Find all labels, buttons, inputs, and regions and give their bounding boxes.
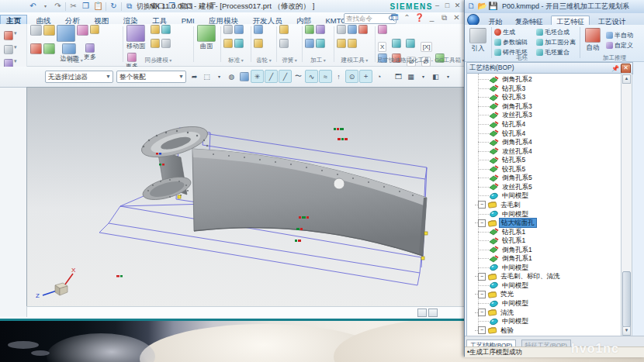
group-label-modeling-tools[interactable]: 建模工具 [341,57,369,64]
block-icon[interactable] [57,25,75,42]
tree-row[interactable]: − 倒角孔系2 [467,75,621,84]
semi-auto-button[interactable]: 半自动 [606,31,633,40]
tree-row[interactable]: − 中间模型 [467,264,621,273]
open-folder-icon[interactable]: 📂 [477,2,487,11]
tree-row[interactable]: − 铰孔系4 [467,129,621,138]
shaded-view-icon[interactable]: ◧ [430,71,441,82]
mach-icon-1[interactable] [305,25,314,34]
command-finder-input[interactable]: 查找命令 [344,13,396,24]
solid-icon[interactable] [238,71,250,82]
tree-row[interactable]: − 钻孔系3 [467,84,621,94]
tree-row[interactable]: − 倒角孔系4 [467,138,621,147]
mtool-icon-4[interactable] [337,39,346,48]
collapse-icon[interactable]: − [478,291,486,298]
blank-compose-button[interactable]: 毛坯合成 [536,28,570,36]
auto-button[interactable]: 自动 [582,27,604,53]
tree-row[interactable]: − 钻孔系4 [467,120,621,129]
tree-row[interactable]: − 去毛刺、标印、清洗 [467,272,621,281]
snap-midpoint-icon[interactable]: ╱ [279,70,292,83]
mtool-icon-3[interactable] [358,25,368,34]
selection-filter-dropdown[interactable]: 无选择过滤器▼ [45,71,113,83]
chevron-down-icon[interactable]: ▾ [213,71,225,82]
save-icon[interactable]: 💾 [488,2,498,11]
tree-row[interactable]: − 倒角孔系1 [467,245,621,254]
tree-row[interactable]: − 攻丝孔系5 [467,183,621,192]
offset-region-icon[interactable] [151,25,160,34]
mach-icon-3[interactable] [305,39,314,48]
tree-row[interactable]: − 钻孔系1 [467,227,621,236]
chevron-down-icon[interactable]: ▾ [417,71,429,82]
collapse-icon[interactable]: − [478,219,486,227]
tree-row[interactable]: − 钻大端面孔 [467,219,621,228]
tree-row[interactable]: − 攻丝孔系4 [467,147,621,156]
minimize-ribbon-icon[interactable]: ⌃ [402,13,412,22]
group-label-standard[interactable]: 标准 [228,57,244,64]
extrude-icon[interactable] [43,25,55,36]
collapse-icon[interactable]: − [478,201,486,209]
face-split-button[interactable]: 加工面分离 [536,38,576,47]
spring-icon-1[interactable] [279,25,289,34]
group-label-spring[interactable]: 弹簧 [282,57,297,64]
group-label-feature[interactable]: 特征 [68,57,83,64]
std-icon-4[interactable] [234,39,244,48]
gc-icon-2[interactable] [392,39,401,48]
new-doc-icon[interactable]: 🗋 [466,2,476,11]
tree-row[interactable]: − 钻孔系5 [467,156,621,165]
tree-row[interactable]: − 中间模型 [467,281,621,291]
mtool-icon-1[interactable] [337,25,346,34]
blank-overlap-button[interactable]: 毛坯重合 [536,48,570,57]
collapse-icon[interactable]: − [478,273,486,281]
snap-arrow-icon[interactable]: ↑ [333,71,345,82]
group-label-sync[interactable]: 同步建模 [145,57,172,64]
doc-close-icon[interactable]: ✕ [452,13,462,22]
clip-section-icon[interactable] [417,309,427,317]
tree-row[interactable]: − 铰孔系5 [467,165,621,174]
chevron-down-icon[interactable]: ▾ [442,71,454,82]
snap-plus-icon[interactable]: ＋ [359,70,372,83]
revolve-icon[interactable] [30,43,42,54]
gear-icon-2[interactable] [254,39,263,48]
move-face-button[interactable]: 移动面 [126,24,146,50]
snap-quadrant-icon[interactable]: ◔ [373,71,385,82]
surface-button[interactable]: 曲面 [196,24,216,50]
mach-icon-4[interactable] [316,39,325,48]
sphere-icon[interactable]: ◍ [226,71,237,82]
x-value-icon[interactable]: X [378,42,386,52]
custom-button[interactable]: 自定义 [606,41,633,50]
view-layout-icon[interactable]: ▦ [405,71,417,82]
tree-row[interactable]: − 中间模型 [467,317,621,326]
tree-row[interactable]: − 中间模型 [467,191,621,201]
import-button[interactable]: 引入 [467,27,489,53]
tree-row[interactable]: − 去毛刺 [467,201,621,210]
spring-icon-2[interactable] [279,39,289,48]
delete-face-icon[interactable] [151,39,160,48]
tree-scrollbar[interactable]: ▲ ▼ [621,73,632,337]
param-edit-button[interactable]: 参数编辑 [494,38,528,47]
std-icon-2[interactable] [234,25,244,34]
sketch-icon[interactable] [30,25,42,36]
selection-scope-dropdown[interactable]: 整个装配▼ [116,71,186,83]
highlight-icon[interactable]: ➦ [189,71,200,82]
scroll-down-icon[interactable]: ▼ [622,326,631,336]
unite-icon[interactable] [43,43,55,54]
close-button[interactable]: ✕ [453,2,462,10]
snap-gear-icon[interactable]: ✳ [251,70,264,83]
snap-polyline-icon[interactable]: ∿ [305,70,318,83]
mtool-icon-5[interactable] [348,39,357,48]
scrollbar-thumb[interactable] [622,271,631,327]
work-section-icon[interactable] [428,309,438,317]
mach-icon-2[interactable] [316,25,325,34]
tree-row[interactable]: − 中间模型 [467,299,621,309]
hole-icon[interactable] [77,25,88,36]
mtool-icon-2[interactable] [348,25,357,34]
snap-curve-icon[interactable]: 〜 [293,71,304,82]
boss-icon[interactable] [90,25,99,34]
group-label-gc-toolbox[interactable]: 尺寸快速格式化工具 - GC工具箱 [377,57,465,64]
doc-minimize-icon[interactable]: _ [427,13,437,22]
minimize-button[interactable]: – [433,2,441,10]
resize-face-icon[interactable] [161,39,171,48]
collapse-icon[interactable]: − [478,326,486,334]
graphics-viewport[interactable]: X Z [26,87,465,307]
tree-row[interactable]: − 攻丝孔系3 [467,111,621,120]
lasso-icon[interactable]: ⬚ [201,71,213,82]
